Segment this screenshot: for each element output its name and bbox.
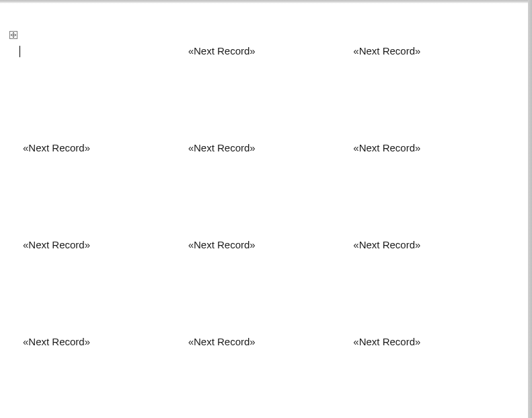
label-cell[interactable]: «Next Record» [23,142,188,239]
text-cursor [20,46,20,57]
page-top-edge [0,0,532,3]
merge-field: «Next Record» [23,239,90,250]
label-cell[interactable]: «Next Record» [23,239,188,336]
label-cell[interactable]: «Next Record» [353,142,519,239]
merge-field: «Next Record» [188,142,256,153]
page-right-edge [528,0,532,418]
merge-field: «Next Record» [353,45,420,57]
merge-field: «Next Record» [188,45,256,57]
label-cell[interactable] [23,45,188,142]
merge-field: «Next Record» [23,142,90,153]
label-cell[interactable]: «Next Record» [353,45,519,142]
label-cell[interactable]: «Next Record» [353,239,519,336]
merge-field: «Next Record» [353,142,420,153]
label-cell[interactable]: «Next Record» [353,336,519,418]
label-table[interactable]: «Next Record» «Next Record» «Next Record… [23,45,519,418]
merge-field: «Next Record» [188,336,256,347]
label-cell[interactable]: «Next Record» [188,45,354,142]
label-cell[interactable]: «Next Record» [23,336,188,418]
table-move-handle-icon[interactable] [9,31,17,39]
merge-field: «Next Record» [23,336,90,347]
label-cell[interactable]: «Next Record» [188,239,354,336]
merge-field: «Next Record» [188,239,256,250]
merge-field: «Next Record» [353,336,420,347]
label-cell[interactable]: «Next Record» [188,336,354,418]
merge-field: «Next Record» [353,239,420,250]
label-cell[interactable]: «Next Record» [188,142,354,239]
